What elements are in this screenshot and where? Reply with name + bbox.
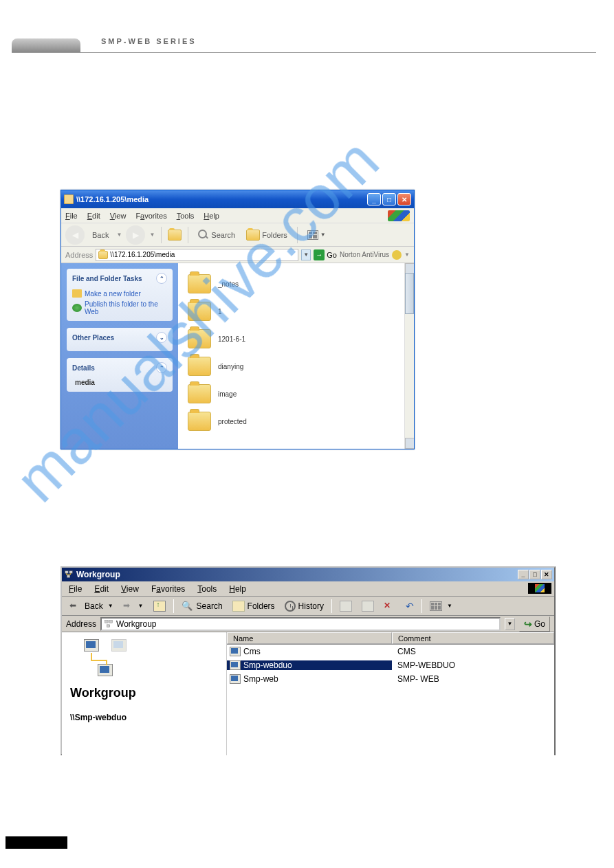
norton-icon[interactable] xyxy=(392,250,402,260)
toolbar: ◀ Back ▼ ▶ ▼ Search Folders ▼ xyxy=(61,223,414,247)
folders-icon xyxy=(232,601,245,612)
back-dropdown-icon[interactable]: ▼ xyxy=(116,232,122,238)
forward-dropdown-icon[interactable]: ▼ xyxy=(149,232,155,238)
search-button[interactable]: Search xyxy=(178,599,226,613)
panel-title: Details xyxy=(72,364,95,372)
menu-favorites[interactable]: Favorites xyxy=(151,584,185,594)
view-button[interactable]: ▼ xyxy=(304,228,329,242)
list-item[interactable]: Cms CMS xyxy=(227,645,554,658)
history-button[interactable]: History xyxy=(281,599,327,613)
copy-to-button[interactable] xyxy=(358,599,377,613)
minimize-button[interactable]: _ xyxy=(518,570,529,579)
folders-button[interactable]: Folders xyxy=(229,599,278,613)
back-button[interactable]: Back▼ xyxy=(66,599,117,613)
titlebar[interactable]: Workgroup _ □ ✕ xyxy=(62,568,554,581)
folder-item[interactable]: protected xyxy=(185,408,407,435)
svg-rect-7 xyxy=(105,620,108,623)
address-input[interactable]: Workgroup xyxy=(100,617,501,631)
history-icon xyxy=(285,601,296,612)
collapse-button[interactable]: ⌃ xyxy=(156,362,167,373)
search-icon xyxy=(182,601,194,612)
norton-dropdown-icon[interactable]: ▼ xyxy=(404,252,410,258)
address-value: Workgroup xyxy=(116,619,156,629)
list-item[interactable]: Smp-webduo SMP-WEBDUO xyxy=(227,658,554,672)
folder-item[interactable]: image xyxy=(185,380,407,408)
up-folder-icon xyxy=(153,601,166,612)
toolbar: Back▼ ▼ Search Folders History ↶ ▼ xyxy=(62,597,554,616)
menubar: File Edit View Favorites Tools Help xyxy=(62,581,554,597)
address-label: Address xyxy=(65,251,93,259)
up-folder-icon[interactable] xyxy=(168,230,182,241)
go-icon xyxy=(524,619,532,630)
menu-help[interactable]: Help xyxy=(229,584,246,594)
close-button[interactable]: ✕ xyxy=(541,570,552,579)
details-folder-name: media xyxy=(72,377,167,388)
menu-file[interactable]: File xyxy=(65,212,78,220)
maximize-button[interactable]: □ xyxy=(382,193,396,205)
panel-other-places: Other Places ⌄ xyxy=(67,328,173,351)
titlebar[interactable]: \\172.16.1.205\media _ □ ✕ xyxy=(61,190,414,208)
menu-edit[interactable]: Edit xyxy=(87,212,100,220)
folder-content[interactable]: _notes 1 1201-6-1 dianying image protect… xyxy=(178,263,414,449)
up-button[interactable] xyxy=(150,599,169,613)
menu-tools[interactable]: Tools xyxy=(177,212,195,220)
separator xyxy=(188,227,188,243)
address-bar: Address Workgroup ▼ Go xyxy=(62,616,554,632)
column-comment[interactable]: Comment xyxy=(392,632,554,644)
panel-file-tasks: File and Folder Tasks ⌃ Make a new folde… xyxy=(67,269,173,321)
go-button[interactable]: → Go xyxy=(314,249,337,260)
menu-tools[interactable]: Tools xyxy=(197,584,217,594)
folder-icon xyxy=(72,289,82,298)
folder-item[interactable]: _notes xyxy=(185,270,407,298)
maximize-button[interactable]: □ xyxy=(529,570,540,579)
menu-favorites[interactable]: Favorites xyxy=(135,212,166,220)
menu-edit[interactable]: Edit xyxy=(94,584,109,594)
back-label: Back xyxy=(89,229,112,241)
view-button[interactable]: ▼ xyxy=(426,600,456,612)
search-button[interactable]: Search xyxy=(195,227,239,243)
expand-button[interactable]: ⌄ xyxy=(156,332,167,343)
back-button[interactable]: ◀ xyxy=(65,225,85,245)
forward-button[interactable]: ▼ xyxy=(120,599,147,613)
column-headers: Name Comment xyxy=(227,632,554,645)
go-arrow-icon: → xyxy=(314,249,325,260)
forward-button[interactable]: ▶ xyxy=(126,225,145,245)
window-title: Workgroup xyxy=(76,570,518,579)
separator xyxy=(421,599,422,613)
windows-flag-icon xyxy=(528,583,551,594)
network-icon xyxy=(104,619,113,629)
list-view[interactable]: Name Comment Cms CMS Smp-webduo SMP-WEBD… xyxy=(227,632,554,755)
menu-view[interactable]: View xyxy=(110,212,127,220)
delete-button[interactable] xyxy=(380,599,399,613)
column-name[interactable]: Name xyxy=(227,632,392,644)
folder-icon xyxy=(98,251,108,259)
minimize-button[interactable]: _ xyxy=(367,193,381,205)
link-new-folder[interactable]: Make a new folder xyxy=(72,288,167,299)
address-dropdown-icon[interactable]: ▼ xyxy=(301,249,311,260)
undo-button[interactable]: ↶ xyxy=(402,599,417,613)
scrollbar[interactable] xyxy=(404,263,414,449)
delete-icon xyxy=(384,601,396,612)
folder-item[interactable]: 1201-6-1 xyxy=(185,325,407,353)
close-button[interactable]: ✕ xyxy=(397,193,411,205)
menu-file[interactable]: File xyxy=(69,584,82,594)
menu-help[interactable]: Help xyxy=(204,212,219,220)
page-footer-bar xyxy=(6,836,67,849)
svg-rect-1 xyxy=(69,571,72,574)
list-item[interactable]: Smp-web SMP- WEB xyxy=(227,672,554,686)
selected-path: \\Smp-webduo xyxy=(70,713,218,722)
go-button[interactable]: Go xyxy=(519,616,550,632)
folder-item[interactable]: 1 xyxy=(185,298,407,325)
separator xyxy=(161,227,162,243)
collapse-button[interactable]: ⌃ xyxy=(156,273,167,284)
explorer-window-w2k: Workgroup _ □ ✕ File Edit View Favorites… xyxy=(61,566,556,755)
separator xyxy=(173,599,174,613)
address-input[interactable]: \\172.16.1.205\media xyxy=(96,249,298,261)
link-publish-web[interactable]: Publish this folder to the Web xyxy=(72,299,167,317)
move-to-button[interactable] xyxy=(336,599,355,613)
folders-button[interactable]: Folders xyxy=(243,227,291,243)
scrollbar-thumb[interactable] xyxy=(405,273,414,314)
address-dropdown-icon[interactable]: ▼ xyxy=(505,618,515,630)
folder-item[interactable]: dianying xyxy=(185,353,407,380)
menu-view[interactable]: View xyxy=(121,584,139,594)
